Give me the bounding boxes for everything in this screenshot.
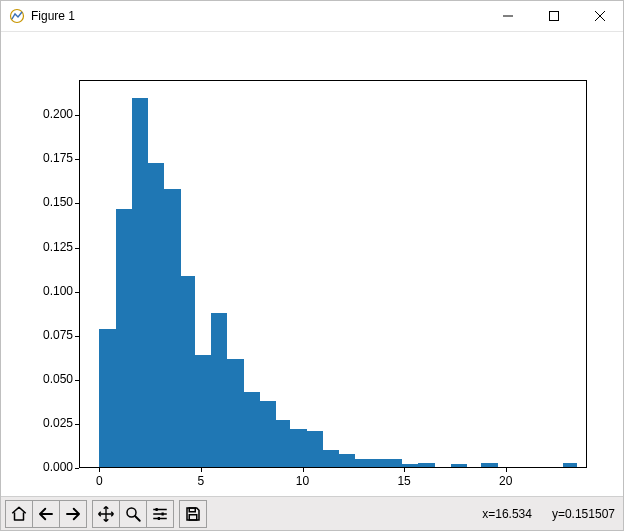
histogram-bars bbox=[79, 80, 587, 468]
y-tick bbox=[75, 159, 79, 160]
y-tick-label: 0.025 bbox=[29, 416, 73, 430]
y-tick bbox=[75, 380, 79, 381]
histogram-bar bbox=[451, 464, 467, 468]
histogram-bar bbox=[323, 450, 339, 468]
histogram-bar bbox=[244, 392, 260, 468]
y-tick-label: 0.175 bbox=[29, 151, 73, 165]
histogram-bar bbox=[276, 420, 290, 468]
histogram-bar bbox=[481, 463, 497, 468]
svg-rect-5 bbox=[158, 517, 160, 520]
y-tick-label: 0.100 bbox=[29, 284, 73, 298]
histogram-bar bbox=[148, 163, 164, 468]
x-tick bbox=[404, 468, 405, 472]
x-tick bbox=[506, 468, 507, 472]
histogram-bar bbox=[307, 431, 323, 468]
plot-canvas[interactable]: 0.0000.0250.0500.0750.1000.1250.1500.175… bbox=[1, 32, 623, 496]
histogram-bar bbox=[181, 276, 195, 468]
sliders-icon bbox=[151, 505, 169, 523]
y-tick bbox=[75, 336, 79, 337]
save-icon bbox=[184, 505, 202, 523]
save-button[interactable] bbox=[179, 500, 207, 528]
svg-rect-6 bbox=[189, 508, 195, 512]
y-tick-label: 0.075 bbox=[29, 328, 73, 342]
move-icon bbox=[97, 505, 115, 523]
histogram-bar bbox=[227, 359, 243, 468]
x-tick-label: 5 bbox=[186, 474, 216, 488]
svg-rect-7 bbox=[189, 514, 197, 519]
histogram-bar bbox=[260, 401, 276, 468]
histogram-bar bbox=[372, 459, 386, 468]
svg-rect-4 bbox=[162, 512, 164, 515]
histogram-bar bbox=[355, 459, 371, 468]
svg-rect-1 bbox=[550, 12, 559, 21]
forward-button[interactable] bbox=[59, 500, 87, 528]
x-tick bbox=[303, 468, 304, 472]
arrow-right-icon bbox=[64, 505, 82, 523]
y-tick-label: 0.150 bbox=[29, 195, 73, 209]
x-tick-label: 0 bbox=[84, 474, 114, 488]
y-tick bbox=[75, 115, 79, 116]
titlebar[interactable]: Figure 1 bbox=[1, 1, 623, 32]
histogram-bar bbox=[563, 463, 577, 468]
histogram-bar bbox=[164, 189, 180, 468]
histogram-bar bbox=[386, 459, 402, 468]
x-tick bbox=[99, 468, 100, 472]
arrow-left-icon bbox=[37, 505, 55, 523]
minimize-button[interactable] bbox=[485, 1, 531, 31]
pan-button[interactable] bbox=[92, 500, 120, 528]
histogram-bar bbox=[132, 98, 148, 468]
histogram-bar bbox=[418, 463, 434, 468]
histogram-bar bbox=[195, 355, 211, 468]
histogram-bar bbox=[339, 454, 355, 468]
home-button[interactable] bbox=[5, 500, 33, 528]
axes bbox=[79, 80, 587, 468]
svg-rect-3 bbox=[156, 508, 158, 511]
y-tick bbox=[75, 292, 79, 293]
cursor-coordinates: x=16.534 y=0.151507 bbox=[482, 507, 619, 521]
y-tick-label: 0.000 bbox=[29, 460, 73, 474]
back-button[interactable] bbox=[32, 500, 60, 528]
mpl-toolbar: x=16.534 y=0.151507 bbox=[1, 496, 623, 530]
figure-window: Figure 1 0.0000.0250.0500.0750.1000.1250… bbox=[0, 0, 624, 531]
zoom-icon bbox=[124, 505, 142, 523]
histogram-bar bbox=[211, 313, 227, 468]
y-tick bbox=[75, 468, 79, 469]
y-tick bbox=[75, 248, 79, 249]
window-title: Figure 1 bbox=[31, 9, 75, 23]
y-tick bbox=[75, 203, 79, 204]
home-icon bbox=[10, 505, 28, 523]
configure-subplots-button[interactable] bbox=[146, 500, 174, 528]
y-tick-label: 0.125 bbox=[29, 240, 73, 254]
x-tick bbox=[201, 468, 202, 472]
histogram-bar bbox=[99, 329, 115, 468]
y-tick bbox=[75, 424, 79, 425]
y-tick-label: 0.200 bbox=[29, 107, 73, 121]
histogram-bar bbox=[116, 209, 132, 468]
x-tick-label: 15 bbox=[389, 474, 419, 488]
app-icon bbox=[9, 8, 25, 24]
x-tick-label: 10 bbox=[288, 474, 318, 488]
close-button[interactable] bbox=[577, 1, 623, 31]
histogram-bar bbox=[290, 429, 306, 468]
zoom-button[interactable] bbox=[119, 500, 147, 528]
y-tick-label: 0.050 bbox=[29, 372, 73, 386]
maximize-button[interactable] bbox=[531, 1, 577, 31]
x-tick-label: 20 bbox=[491, 474, 521, 488]
